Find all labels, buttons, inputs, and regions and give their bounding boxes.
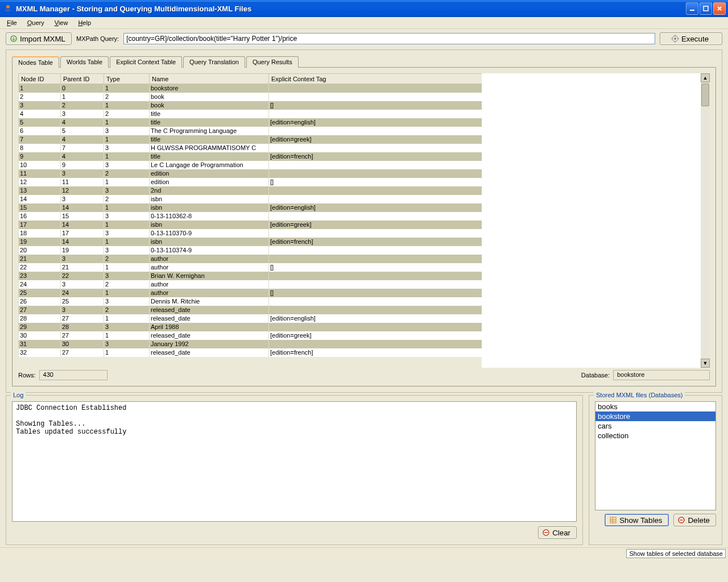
table-row[interactable]: 941title[edition=french] [19, 152, 482, 161]
table-row[interactable]: 32271released_date[edition=french] [19, 348, 482, 357]
maximize-button[interactable] [700, 2, 712, 15]
table-row[interactable]: 19141isbn[edition=french] [19, 238, 482, 246]
list-item[interactable]: books [595, 402, 715, 411]
gear-icon [671, 35, 679, 43]
table-row[interactable]: 201930-13-110374-9 [19, 246, 482, 255]
scroll-down-icon[interactable]: ▼ [701, 359, 710, 368]
clear-label: Clear [552, 529, 570, 537]
table-row[interactable]: 15141isbn[edition=english] [19, 203, 482, 212]
query-label: MXPath Query: [76, 35, 119, 42]
menu-query[interactable]: Query [23, 18, 49, 27]
col-parent-id[interactable]: Parent ID [61, 74, 104, 84]
delete-icon [677, 516, 685, 524]
table-row[interactable]: 873H GLWSSA PROGRAMMATISOMY C [19, 144, 482, 152]
col-type[interactable]: Type [104, 74, 150, 84]
import-label: Import MXML [20, 35, 65, 43]
table-row[interactable]: 1093Le C Langage de Programmation [19, 161, 482, 169]
table-row[interactable]: 131232nd [19, 186, 482, 195]
minimize-button[interactable] [686, 2, 698, 15]
tab-explicit-context[interactable]: Explicit Context Table [110, 56, 182, 68]
tabs: Nodes Table Worlds Table Explicit Contex… [12, 56, 716, 68]
table-row[interactable]: 212book [19, 93, 482, 101]
col-explicit-context[interactable]: Explicit Context Tag [269, 74, 482, 84]
tab-query-results[interactable]: Query Results [246, 56, 299, 68]
detail-pane: ▲ ▼ [482, 73, 710, 368]
table-row[interactable]: 101bookstore [19, 84, 482, 93]
tab-query-translation[interactable]: Query Translation [183, 56, 245, 68]
list-item[interactable]: bookstore [595, 411, 715, 421]
import-mxml-button[interactable]: Import MXML [6, 32, 72, 45]
col-node-id[interactable]: Node ID [19, 74, 61, 84]
tab-nodes-table[interactable]: Nodes Table [12, 56, 59, 68]
table-row[interactable]: 23223Brian W. Kernighan [19, 272, 482, 280]
table-row[interactable]: 26253Dennis M. Ritchie [19, 297, 482, 306]
table-row[interactable]: 29283April 1988 [19, 323, 482, 331]
table-row[interactable]: 31303January 1992 [19, 340, 482, 348]
table-row[interactable]: 432title [19, 110, 482, 118]
clear-icon [542, 529, 550, 537]
svg-rect-12 [610, 517, 616, 523]
titlebar: MXML Manager - Storing and Querying Mult… [0, 0, 728, 17]
database-label: Database: [581, 372, 610, 379]
menu-view[interactable]: View [50, 18, 73, 27]
database-list[interactable]: booksbookstorecarscollection [595, 401, 716, 510]
table-row[interactable]: 1432isbn [19, 195, 482, 203]
table-row[interactable]: 12111edition[] [19, 178, 482, 186]
clear-log-button[interactable]: Clear [538, 526, 577, 539]
status-text: Show tables of selected database [626, 549, 726, 558]
rows-value: 430 [39, 370, 107, 380]
table-row[interactable]: 2432author [19, 280, 482, 289]
svg-rect-2 [704, 6, 708, 11]
svg-rect-1 [690, 10, 694, 11]
rows-label: Rows: [18, 372, 36, 379]
log-legend: Log [11, 392, 26, 398]
execute-button[interactable]: Execute [660, 32, 722, 45]
table-row[interactable]: 28271released_date[edition=english] [19, 314, 482, 323]
stored-files-panel: Stored MXML files (Databases) booksbooks… [589, 395, 722, 545]
scroll-up-icon[interactable]: ▲ [701, 73, 710, 82]
show-tables-button[interactable]: Show Tables [605, 514, 669, 526]
menu-help[interactable]: Help [73, 18, 96, 27]
svg-point-5 [674, 38, 676, 40]
table-row[interactable]: 22211author[] [19, 263, 482, 272]
tab-worlds-table[interactable]: Worlds Table [60, 56, 109, 68]
table-row[interactable]: 25241author[] [19, 289, 482, 297]
window-title: MXML Manager - Storing and Querying Mult… [16, 5, 686, 13]
table-row[interactable]: 541title[edition=english] [19, 118, 482, 127]
database-value: bookstore [613, 370, 710, 380]
stored-legend: Stored MXML files (Databases) [594, 392, 685, 398]
import-icon [10, 35, 18, 43]
nodes-table[interactable]: Node ID Parent ID Type Name Explicit Con… [18, 73, 482, 357]
close-button[interactable] [713, 2, 726, 15]
table-row[interactable]: 2132author [19, 255, 482, 263]
menu-file[interactable]: File [2, 18, 22, 27]
table-row[interactable]: 181730-13-110370-9 [19, 229, 482, 238]
table-row[interactable]: 161530-13-110362-8 [19, 212, 482, 221]
col-name[interactable]: Name [150, 74, 269, 84]
table-row[interactable]: 1132edition [19, 169, 482, 178]
show-tables-label: Show Tables [619, 516, 662, 525]
table-row[interactable]: 30271released_date[edition=greek] [19, 331, 482, 340]
delete-button[interactable]: Delete [673, 514, 716, 526]
scroll-thumb[interactable] [701, 84, 709, 106]
table-row[interactable]: 2732released_date [19, 306, 482, 314]
table-row[interactable]: 653The C Programming Language [19, 127, 482, 135]
table-row[interactable]: 17141isbn[edition=greek] [19, 221, 482, 229]
execute-label: Execute [681, 35, 709, 43]
table-icon [609, 516, 617, 524]
menubar: File Query View Help [0, 17, 728, 29]
log-panel: Log Clear [6, 395, 583, 545]
main-panel: Nodes Table Worlds Table Explicit Contex… [6, 49, 722, 393]
log-textarea[interactable] [12, 401, 577, 522]
vertical-scrollbar[interactable]: ▲ ▼ [701, 73, 710, 368]
delete-label: Delete [688, 516, 710, 525]
table-row[interactable]: 321book[] [19, 101, 482, 110]
list-item[interactable]: cars [595, 421, 715, 431]
table-row[interactable]: 741title[edition=greek] [19, 135, 482, 144]
svg-point-0 [6, 5, 10, 9]
toolbar: Import MXML MXPath Query: Execute [0, 29, 728, 45]
mxpath-query-input[interactable] [123, 33, 655, 44]
tab-content: Node ID Parent ID Type Name Explicit Con… [12, 67, 716, 386]
java-icon [3, 4, 13, 13]
list-item[interactable]: collection [595, 431, 715, 440]
